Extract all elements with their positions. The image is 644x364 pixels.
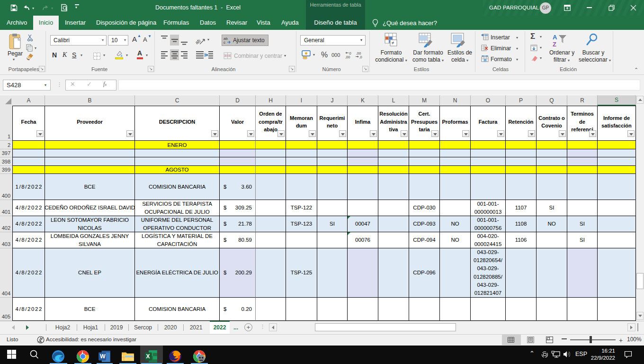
- svg-text:≠: ≠: [392, 40, 394, 46]
- svg-text:,0: ,0: [359, 55, 362, 59]
- svg-text:W: W: [100, 353, 106, 360]
- svg-text:,00: ,00: [345, 55, 350, 59]
- svg-text:Z: Z: [553, 41, 556, 48]
- svg-text:c: c: [224, 40, 225, 44]
- svg-text:A: A: [553, 34, 557, 41]
- svg-text:X: X: [146, 353, 150, 360]
